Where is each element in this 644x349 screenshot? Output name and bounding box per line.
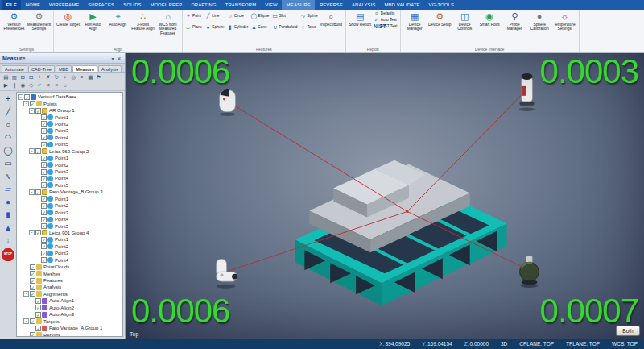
ribbon-tab-analysis[interactable]: ANALYSIS: [347, 0, 380, 10]
tree-view-icon[interactable]: ▤: [2, 73, 10, 81]
list-view-icon[interactable]: ▥: [10, 73, 19, 81]
panel-menu-icon[interactable]: ▾: [109, 56, 116, 61]
ribbon-button-probe-manager[interactable]: ⚲Probe Manager: [502, 10, 527, 31]
ribbon-button-torus[interactable]: ◌Torus: [299, 24, 318, 31]
tree-checkbox[interactable]: ✓: [41, 162, 47, 168]
ribbon-button-auto-test[interactable]: ✓Auto Test: [373, 17, 398, 23]
tree-item-points[interactable]: -✓Points: [17, 100, 122, 106]
check-icon[interactable]: ✓: [35, 81, 44, 89]
ribbon-button-inspect-build[interactable]: ⌕Inspect/Build: [319, 10, 344, 27]
tree-expander-icon[interactable]: -: [29, 148, 35, 154]
ribbon-button-measurement-settings[interactable]: ⚙Measurement Settings: [27, 10, 52, 31]
light-icon[interactable]: ☼: [61, 81, 70, 89]
tree-item-point1[interactable]: ✓Point1: [17, 236, 122, 243]
tree-expander-icon[interactable]: -: [23, 291, 29, 297]
tree-checkbox[interactable]: ✓: [35, 148, 41, 154]
tree-item-point4[interactable]: ✓Point4: [17, 175, 122, 181]
point-tool-icon[interactable]: +: [2, 93, 14, 104]
tree-item-auto-align3[interactable]: ✓Auto-Align3: [17, 311, 122, 318]
target-icon[interactable]: ◎: [69, 73, 78, 81]
tree-checkbox[interactable]: ✓: [35, 189, 41, 195]
tree-checkbox[interactable]: ✓: [35, 108, 41, 114]
tree-item-point1[interactable]: ✓Point1: [17, 196, 122, 202]
ribbon-button-wcs-from-measured-features[interactable]: ⌂WCS from Measured Features: [155, 10, 180, 35]
slot-tool-icon[interactable]: ▭: [2, 158, 14, 168]
ribbon-button-verisurf-preferences[interactable]: ⚙Verisurf Preferences: [2, 10, 27, 31]
tree-checkbox[interactable]: ✓: [41, 223, 47, 229]
tree-checkbox[interactable]: ✓: [41, 135, 47, 140]
tree-item-auto-align1[interactable]: ✓Auto-Align1: [17, 297, 122, 304]
both-button[interactable]: Both: [616, 326, 640, 336]
tree-checkbox[interactable]: ✓: [35, 230, 41, 235]
tree-checkbox[interactable]: ✓: [35, 312, 41, 318]
tree-expander-icon[interactable]: -: [23, 101, 29, 106]
flag-icon[interactable]: ⚑: [95, 73, 104, 81]
tree-item-auto-align2[interactable]: ✓Auto-Align2: [17, 305, 122, 311]
tree-checkbox[interactable]: ✓: [41, 121, 47, 127]
panel-close-icon[interactable]: ✕: [116, 56, 122, 61]
tree-checkbox[interactable]: ✓: [41, 176, 47, 181]
tree-item-point2[interactable]: ✓Point2: [17, 161, 122, 168]
collapse-all-icon[interactable]: ⊟: [27, 73, 36, 81]
grid-icon[interactable]: ▦: [86, 73, 95, 81]
ribbon-button-device-controls[interactable]: ◫Device Controls: [452, 10, 477, 31]
ribbon-tab-transform[interactable]: TRANSFORM: [221, 0, 261, 10]
ribbon-tab-solids[interactable]: SOLIDS: [119, 0, 146, 10]
viewport-3d[interactable]: 0.0006 0.0003 0.0006 0.0007 Top Both: [126, 53, 644, 339]
ribbon-tab-view[interactable]: VIEW: [261, 0, 283, 10]
pause-icon[interactable]: ∥: [10, 81, 19, 89]
panel-tab-measure[interactable]: Measure: [72, 65, 97, 72]
ribbon-button-auto-align[interactable]: ⌖Auto Align: [105, 10, 130, 27]
menu-icon[interactable]: ≡: [78, 73, 87, 81]
ellipse-tool-icon[interactable]: ◯: [2, 145, 14, 156]
tree-item-point3[interactable]: ✓Point3: [17, 127, 122, 134]
tree-checkbox[interactable]: ✓: [24, 94, 30, 100]
tree-item-analysis[interactable]: ✓Analysis: [17, 284, 122, 290]
play-icon[interactable]: ▶: [2, 81, 10, 89]
ribbon-button-show-report[interactable]: ▤Show Report: [348, 10, 373, 27]
tree-item-targets[interactable]: -✓Targets: [17, 318, 122, 324]
tree-checkbox[interactable]: ✓: [41, 237, 47, 243]
measure-grid-icon[interactable]: ⌗: [52, 81, 61, 89]
ribbon-button-sphere[interactable]: ●Sphere: [204, 24, 225, 31]
tree-item-point1[interactable]: ✓Point1: [17, 155, 122, 161]
tree-item-faro-vantage-a-group-1[interactable]: ✓Faro Vantage_A Group 1: [17, 325, 122, 331]
ribbon-button-smart-point[interactable]: ◉Smart Point: [477, 10, 502, 27]
vector-tool-icon[interactable]: ↓: [2, 235, 14, 246]
tree-expander-icon[interactable]: -: [29, 108, 35, 114]
plane-tool-icon[interactable]: ▱: [2, 184, 14, 194]
tree-checkbox[interactable]: ✓: [35, 298, 41, 304]
ribbon-button-slot[interactable]: ▭Slot: [271, 13, 299, 19]
arc-tool-icon[interactable]: ◠: [2, 132, 14, 143]
feature-icon[interactable]: ◇: [27, 81, 36, 89]
tree-checkbox[interactable]: ✓: [41, 243, 47, 249]
panel-tab-automate[interactable]: Automate: [2, 65, 27, 72]
ribbon-button-spline[interactable]: ∿Spline: [299, 13, 318, 19]
tree-item-ar-group-1[interactable]: -✓AR Group 1: [17, 107, 122, 114]
ribbon-tab-file[interactable]: FILE: [2, 0, 21, 10]
tree-checkbox[interactable]: ✓: [30, 291, 35, 297]
tree-item-point4[interactable]: ✓Point4: [17, 216, 122, 222]
ribbon-tab-vg-tools[interactable]: VG-TOOLS: [424, 0, 458, 10]
tree-expander-icon[interactable]: -: [18, 94, 23, 100]
ribbon-tab-surfaces[interactable]: SURFACES: [84, 0, 119, 10]
ribbon-button-circle[interactable]: ○Circle: [226, 13, 250, 19]
tree-item-point5[interactable]: ✓Point5: [17, 182, 122, 189]
ribbon-tab-reverse[interactable]: REVERSE: [315, 0, 347, 10]
tree-expander-icon[interactable]: -: [29, 189, 35, 195]
line-tool-icon[interactable]: ╱: [2, 106, 14, 117]
tree-checkbox[interactable]: ✓: [35, 305, 41, 310]
tree-item-pointclouds[interactable]: ✓PointClouds: [17, 264, 122, 270]
spline-tool-icon[interactable]: ∿: [2, 171, 14, 181]
tree-checkbox[interactable]: ✓: [41, 182, 47, 188]
ribbon-tab-measure[interactable]: MEASURE: [282, 0, 315, 10]
ribbon-tab-home[interactable]: HOME: [21, 0, 44, 10]
tree-item-point1[interactable]: ✓Point1: [17, 114, 122, 120]
tree-item-point3[interactable]: ✓Point3: [17, 250, 122, 256]
tree-checkbox[interactable]: ✓: [41, 257, 47, 263]
tree-item-point4[interactable]: ✓Point4: [17, 257, 122, 264]
tree-checkbox[interactable]: ✓: [30, 332, 35, 337]
tree-checkbox[interactable]: ✓: [30, 271, 35, 276]
tree-item-point2[interactable]: ✓Point2: [17, 202, 122, 209]
tree-item-leica-960-group-2[interactable]: -✓Leica 960 Group 2: [17, 148, 122, 155]
